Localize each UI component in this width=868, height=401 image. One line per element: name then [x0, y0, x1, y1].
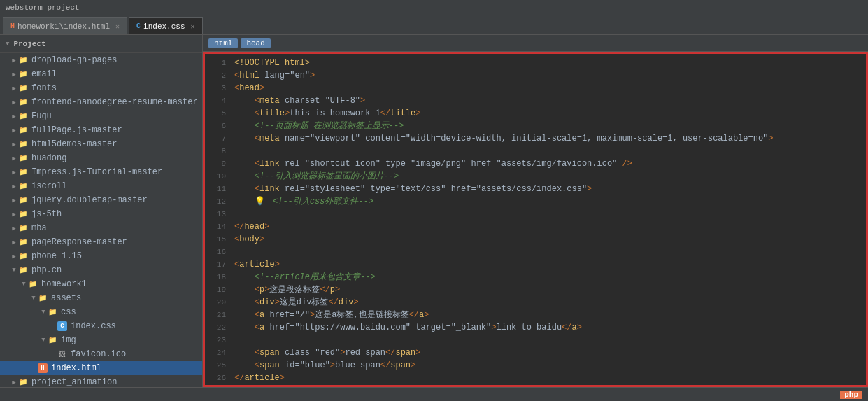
folder-icon: 📁 [18, 153, 28, 163]
sidebar-header: ▼ Project [0, 35, 202, 53]
html-file-icon: H [10, 22, 15, 30]
tree-arrow: ▶ [10, 154, 18, 162]
folder-icon: 📁 [48, 335, 57, 345]
tab-close-icon[interactable]: ✕ [115, 22, 120, 31]
tree-item-label: css [61, 307, 76, 317]
tree-item-label: assets [51, 293, 81, 303]
line-content: <a href="https://www.baidu.com" target="… [232, 321, 866, 334]
sidebar-arrow: ▼ [6, 41, 9, 48]
tree-arrow: ▶ [10, 252, 18, 260]
breadcrumb-head[interactable]: head [241, 38, 270, 48]
tree-arrow: ▶ [10, 56, 18, 64]
tree-item-label: Impress.js-Tutorial-master [31, 167, 162, 177]
breadcrumb-html[interactable]: html [208, 38, 238, 48]
tree-item-js5th[interactable]: ▶📁js-5th [0, 207, 202, 221]
tree-item-img[interactable]: ▼📁img [0, 333, 202, 347]
tree-item-dropload[interactable]: ▶📁dropload-gh-pages [0, 53, 202, 67]
line-content: <body> [232, 233, 866, 246]
tree-item-fullpage[interactable]: ▶📁fullPage.js-master [0, 123, 202, 137]
code-line: 24 <span class="red">red span</span> [205, 346, 866, 359]
line-number: 14 [205, 220, 232, 233]
code-line: 3<head> [205, 82, 866, 94]
line-number: 13 [205, 208, 232, 220]
code-line: 1<!DOCTYPE html> [205, 57, 866, 69]
tree-arrow: ▶ [10, 182, 18, 190]
folder-icon: 📁 [18, 55, 28, 65]
tree-item-css[interactable]: ▼📁css [0, 305, 202, 319]
line-content: <head> [232, 82, 866, 94]
line-number: 21 [205, 309, 232, 321]
tree-item-phone115[interactable]: ▶📁phone 1.15 [0, 249, 202, 263]
tree-item-indexhtml[interactable]: ▶Hindex.html [0, 361, 202, 375]
tree-item-jquery[interactable]: ▶📁jquery.doubletap-master [0, 193, 202, 207]
tab-index-css[interactable]: C index.css ✕ [129, 17, 202, 34]
php-badge: php [840, 391, 862, 399]
code-line: 11 <link rel="stylesheet" type="text/css… [205, 183, 866, 195]
tree-item-email[interactable]: ▶📁email [0, 67, 202, 81]
tree-item-indexcss[interactable]: ▶Cindex.css [0, 319, 202, 333]
title-bar: webstorm_project [0, 0, 868, 15]
sidebar-project-label: Project [13, 40, 45, 48]
folder-icon: 📁 [18, 237, 28, 247]
sidebar: ▼ Project ▶📁dropload-gh-pages▶📁email▶📁fo… [0, 35, 203, 387]
tree-item-label: mba [31, 223, 47, 233]
folder-icon: 📁 [18, 377, 28, 387]
folder-icon: 📁 [28, 279, 38, 289]
main-layout: ▼ Project ▶📁dropload-gh-pages▶📁email▶📁fo… [0, 35, 868, 387]
tree-item-label: email [31, 69, 57, 79]
tree-item-homework1[interactable]: ▼📁homework1 [0, 277, 202, 291]
code-line: 20 <div>这是div标签</div> [205, 296, 866, 309]
tree-item-label: fonts [31, 83, 57, 93]
folder-icon: 📁 [18, 97, 28, 107]
folder-icon: 📁 [38, 293, 48, 303]
tree-item-label: img [61, 335, 76, 345]
code-line: 10 <!--引入浏览器标签里面的小图片--> [205, 170, 866, 183]
tree-item-huadong[interactable]: ▶📁huadong [0, 151, 202, 165]
line-number: 2 [205, 69, 232, 82]
tree-item-frontend[interactable]: ▶📁frontend-nanodegree-resume-master [0, 95, 202, 109]
code-line: 22 <a href="https://www.baidu.com" targe… [205, 321, 866, 334]
code-line: 2<html lang="en"> [205, 69, 866, 82]
tree-arrow: ▶ [10, 70, 18, 78]
tree-item-html5demos[interactable]: ▶📁html5demos-master [0, 137, 202, 151]
tree-item-phpcn[interactable]: ▼📁php.cn [0, 263, 202, 277]
code-line: 5 <title>this is homework 1</title> [205, 107, 866, 120]
ico-icon: 🖼 [57, 349, 67, 359]
tree-item-impress[interactable]: ▶📁Impress.js-Tutorial-master [0, 165, 202, 179]
line-number: 18 [205, 271, 232, 283]
tree-arrow: ▶ [10, 168, 18, 176]
tree-item-label: project_animation [31, 377, 117, 387]
code-line: 26</article> [205, 372, 866, 384]
tree-item-fonts[interactable]: ▶📁fonts [0, 81, 202, 95]
code-line: 18 <!--article用来包含文章--> [205, 271, 866, 283]
folder-icon: 📁 [18, 125, 28, 135]
folder-icon: 📁 [18, 251, 28, 261]
code-line: 12 💡 <!--引入css外部文件--> [205, 195, 866, 208]
code-editor[interactable]: 1<!DOCTYPE html>2<html lang="en">3<head>… [203, 52, 868, 387]
code-line: 19 <p>这是段落标签</p> [205, 283, 866, 296]
tree-item-assets[interactable]: ▼📁assets [0, 291, 202, 305]
tree-arrow: ▶ [10, 98, 18, 106]
tree-arrow: ▼ [29, 294, 38, 302]
line-content: </head> [232, 220, 866, 233]
tab-homework1-html[interactable]: H homework1\index.html ✕ [3, 17, 127, 34]
tree-item-label: index.html [51, 363, 101, 373]
folder-icon: 📁 [18, 265, 28, 275]
tree-item-mba[interactable]: ▶📁mba [0, 221, 202, 235]
folder-icon: 📁 [18, 195, 28, 205]
line-content: <span class="red">red span</span> [232, 346, 866, 359]
tree-item-faviconico[interactable]: ▶🖼favicon.ico [0, 347, 202, 361]
line-content: <p>这是段落标签</p> [232, 283, 866, 296]
line-content: <link rel="shortcut icon" type="image/pn… [232, 157, 866, 170]
tree-item-fugu[interactable]: ▶📁Fugu [0, 109, 202, 123]
line-content: <!--页面标题 在浏览器标签上显示--> [232, 120, 866, 132]
folder-icon: 📁 [18, 223, 28, 233]
tab-close-icon[interactable]: ✕ [191, 22, 195, 31]
line-number: 9 [205, 157, 232, 170]
tree-item-pageresponse[interactable]: ▶📁pageResponse-master [0, 235, 202, 249]
line-number: 12 [205, 195, 232, 208]
tab-label: homework1\index.html [17, 22, 110, 31]
tree-item-iscroll[interactable]: ▶📁iscroll [0, 179, 202, 193]
line-number: 24 [205, 346, 232, 359]
tree-item-projectanim[interactable]: ▶📁project_animation [0, 375, 202, 387]
